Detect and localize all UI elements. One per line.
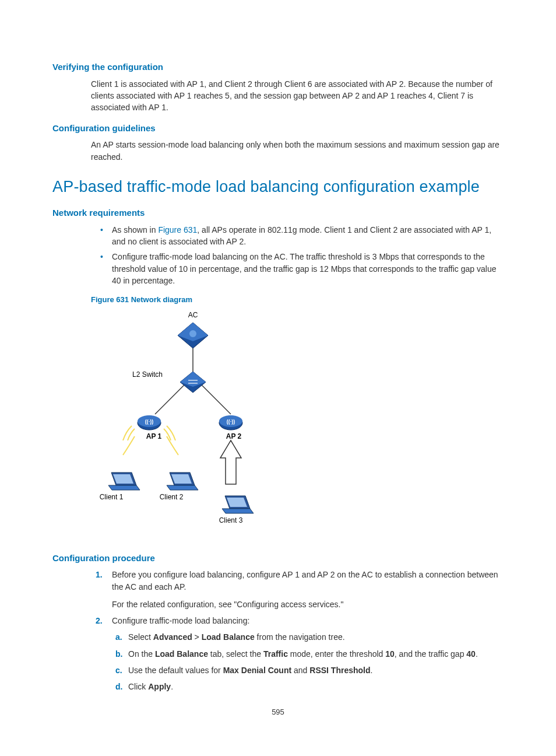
svg-marker-17: [108, 485, 140, 490]
text: tab, select the: [208, 649, 263, 659]
text: .: [476, 649, 478, 659]
heading-verifying: Verifying the configuration: [52, 61, 504, 74]
svg-point-5: [189, 330, 196, 337]
network-req-list: As shown in Figure 631, all APs operate …: [91, 224, 504, 286]
svg-line-1: [155, 385, 184, 414]
client3-icon: [222, 496, 254, 513]
heading-network-req: Network requirements: [52, 206, 504, 219]
bold: Load Balance: [155, 649, 208, 659]
text: >: [192, 632, 202, 642]
figure-link[interactable]: Figure 631: [158, 225, 197, 235]
bold: Traffic: [263, 649, 288, 659]
para-guidelines: An AP starts session-mode load balancing…: [91, 139, 504, 163]
list-item: 1. Before you configure load balancing, …: [112, 569, 504, 610]
label-l2: L2 Switch: [132, 370, 163, 379]
marker: 1.: [96, 569, 103, 580]
bold: Apply: [148, 682, 171, 691]
label-ap2: AP 2: [226, 432, 242, 440]
bold: Advanced: [153, 632, 192, 642]
text: from the navigation tree.: [255, 632, 345, 642]
svg-marker-20: [167, 485, 198, 490]
heading-guidelines: Configuration guidelines: [52, 122, 504, 135]
list-item: Configure traffic-mode load balancing on…: [112, 251, 504, 286]
text: Click: [128, 682, 148, 691]
svg-text:((·)): ((·)): [227, 419, 235, 425]
sub-steps: a. Select Advanced > Load Balance from t…: [112, 631, 504, 692]
svg-line-2: [202, 385, 231, 414]
text: On the: [128, 649, 155, 659]
list-item: b. On the Load Balance tab, select the T…: [128, 648, 504, 660]
text: For the related configuration, see "Conf…: [112, 598, 504, 610]
list-item: d. Click Apply.: [128, 681, 504, 692]
label-ap1: AP 1: [146, 432, 162, 440]
figure-caption: Figure 631 Network diagram: [91, 295, 504, 306]
text: , and the traffic gap: [395, 649, 467, 659]
procedure-list: 1. Before you configure load balancing, …: [91, 569, 504, 692]
list-item: As shown in Figure 631, all APs operate …: [112, 224, 504, 248]
label-c1: Client 1: [100, 493, 124, 501]
heading-main: AP-based traffic-mode load balancing con…: [52, 176, 504, 198]
text: Before you configure load balancing, con…: [112, 569, 504, 593]
page-number: 595: [52, 707, 504, 718]
bold: Max Denial Count: [223, 666, 291, 675]
marker: b.: [115, 648, 122, 660]
list-item: a. Select Advanced > Load Balance from t…: [128, 631, 504, 643]
svg-marker-24: [227, 498, 247, 507]
heading-config-proc: Configuration procedure: [52, 552, 504, 565]
para-verifying: Client 1 is associated with AP 1, and Cl…: [91, 78, 504, 114]
label-ac: AC: [188, 311, 198, 319]
svg-marker-21: [171, 474, 192, 484]
text: Use the default values for: [128, 666, 223, 675]
label-c2: Client 2: [160, 493, 184, 501]
text: mode, enter the threshold: [288, 649, 385, 659]
list-item: c. Use the default values for Max Denial…: [128, 664, 504, 676]
text: .: [171, 682, 173, 691]
text: Select: [128, 632, 153, 642]
text: Configure traffic-mode load balancing:: [112, 615, 504, 626]
client1-icon: [108, 473, 140, 490]
svg-text:((·)): ((·)): [145, 419, 154, 425]
svg-marker-23: [222, 509, 254, 513]
bold: 10: [385, 649, 395, 659]
marker: c.: [115, 664, 122, 676]
marker: a.: [115, 631, 122, 643]
bold: 40: [466, 649, 476, 659]
client2-icon: [167, 473, 198, 490]
text: and: [291, 666, 309, 675]
marker: 2.: [96, 615, 103, 626]
network-diagram: AC L2 Switch ((·)) AP 1: [91, 309, 266, 534]
bold: Load Balance: [202, 632, 255, 642]
bold: RSSI Threshold: [309, 666, 370, 675]
label-c3: Client 3: [219, 516, 243, 524]
text: As shown in: [112, 225, 158, 235]
svg-marker-18: [113, 474, 133, 484]
text: .: [371, 666, 373, 675]
list-item: 2. Configure traffic-mode load balancing…: [112, 615, 504, 692]
marker: d.: [115, 681, 122, 692]
